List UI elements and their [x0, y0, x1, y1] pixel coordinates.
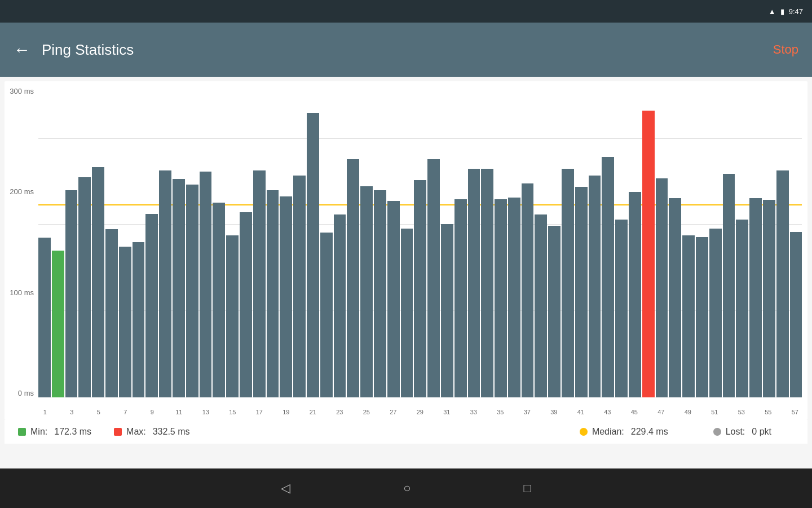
bar-26[interactable]	[374, 190, 386, 397]
x-label-3: 3	[65, 409, 79, 415]
bar-5[interactable]	[92, 167, 104, 397]
bar-7[interactable]	[119, 247, 131, 397]
bar-37[interactable]	[522, 183, 534, 397]
bar-27[interactable]	[387, 201, 400, 397]
x-label-23: 23	[333, 409, 347, 415]
bar-10[interactable]	[159, 170, 171, 397]
lost-dot	[713, 428, 721, 436]
time: 9:47	[789, 7, 803, 16]
bar-28[interactable]	[401, 229, 413, 397]
bar-54[interactable]	[749, 198, 762, 397]
x-label-31: 31	[440, 409, 454, 415]
bar-31[interactable]	[441, 224, 453, 397]
bar-44[interactable]	[615, 220, 628, 397]
bar-30[interactable]	[427, 159, 440, 397]
bar-34[interactable]	[481, 169, 493, 397]
bar-15[interactable]	[226, 235, 239, 397]
bar-23[interactable]	[334, 214, 346, 397]
x-label-1: 1	[38, 409, 52, 415]
max-dot	[114, 428, 122, 436]
bar-41[interactable]	[575, 187, 588, 397]
y-label-200: 200 ms	[9, 187, 34, 196]
bar-47[interactable]	[656, 178, 668, 397]
bar-11[interactable]	[173, 179, 185, 397]
x-label-35: 35	[494, 409, 508, 415]
back-nav-icon[interactable]: ◁	[281, 481, 290, 496]
x-label-39: 39	[548, 409, 561, 415]
bar-18[interactable]	[267, 190, 279, 397]
x-label-27: 27	[387, 409, 400, 415]
bar-24[interactable]	[347, 159, 359, 397]
y-label-100: 100 ms	[9, 288, 34, 297]
bar-14[interactable]	[213, 203, 225, 397]
y-label-0: 0 ms	[9, 389, 34, 397]
bar-38[interactable]	[535, 214, 547, 397]
legend-right: Median: 229.4 ms Lost: 0 pkt	[580, 427, 794, 437]
bar-29[interactable]	[414, 180, 426, 397]
bar-56[interactable]	[776, 170, 789, 397]
legend: Min: 172.3 ms Max: 332.5 ms Median: 229.…	[5, 420, 807, 444]
x-label-7: 7	[119, 409, 133, 415]
bar-53[interactable]	[736, 220, 748, 397]
bar-4[interactable]	[78, 177, 91, 397]
bar-55[interactable]	[763, 200, 775, 397]
x-label-47: 47	[655, 409, 668, 415]
median-legend: Median: 229.4 ms	[580, 427, 668, 437]
lost-value: 0 pkt	[752, 427, 771, 437]
x-label-55: 55	[762, 409, 775, 415]
bar-1[interactable]	[38, 238, 51, 397]
min-dot	[18, 428, 26, 436]
back-button[interactable]: ←	[14, 40, 30, 59]
bar-19[interactable]	[280, 196, 292, 397]
bar-40[interactable]	[562, 169, 574, 397]
bar-9[interactable]	[145, 214, 158, 397]
max-value: 332.5 ms	[153, 427, 190, 437]
bar-36[interactable]	[508, 198, 520, 397]
wifi-icon: ▲	[769, 7, 776, 16]
x-label-41: 41	[574, 409, 588, 415]
bar-20[interactable]	[293, 176, 306, 397]
bar-8[interactable]	[133, 242, 145, 397]
bar-46[interactable]	[642, 111, 655, 397]
bar-57[interactable]	[790, 232, 802, 397]
chart-container: 300 ms 200 ms 100 ms 0 ms 13579111315171…	[5, 81, 807, 420]
bar-51[interactable]	[709, 229, 722, 397]
bar-49[interactable]	[682, 235, 695, 397]
x-label-53: 53	[735, 409, 748, 415]
bar-45[interactable]	[629, 192, 641, 397]
lost-label: Lost:	[726, 427, 745, 437]
y-axis-labels: 300 ms 200 ms 100 ms 0 ms	[5, 81, 38, 420]
bar-2[interactable]	[52, 251, 64, 397]
bar-3[interactable]	[65, 190, 78, 397]
bar-33[interactable]	[468, 169, 480, 397]
stop-button[interactable]: Stop	[773, 42, 798, 57]
min-label: Min:	[30, 427, 47, 437]
bar-13[interactable]	[200, 172, 212, 397]
bar-32[interactable]	[454, 199, 467, 397]
median-value: 229.4 ms	[631, 427, 668, 437]
x-label-51: 51	[708, 409, 722, 415]
bar-6[interactable]	[105, 229, 118, 397]
bar-39[interactable]	[548, 226, 561, 397]
recents-nav-icon[interactable]: □	[524, 481, 531, 496]
bar-42[interactable]	[589, 176, 601, 397]
bar-21[interactable]	[307, 113, 319, 397]
bar-16[interactable]	[240, 212, 252, 397]
bar-17[interactable]	[253, 170, 266, 397]
x-label-33: 33	[467, 409, 480, 415]
bar-12[interactable]	[186, 185, 198, 397]
bar-43[interactable]	[602, 157, 614, 397]
x-label-17: 17	[253, 409, 266, 415]
home-nav-icon[interactable]: ○	[403, 481, 411, 496]
bar-48[interactable]	[669, 198, 681, 397]
max-legend: Max: 332.5 ms	[114, 427, 189, 437]
x-label-45: 45	[628, 409, 641, 415]
bar-25[interactable]	[360, 186, 373, 397]
bar-35[interactable]	[495, 199, 507, 397]
y-label-300: 300 ms	[9, 87, 34, 95]
bar-22[interactable]	[320, 233, 333, 397]
min-legend: Min: 172.3 ms	[18, 427, 91, 437]
bar-52[interactable]	[723, 174, 735, 397]
bar-50[interactable]	[696, 237, 708, 397]
min-value: 172.3 ms	[54, 427, 91, 437]
